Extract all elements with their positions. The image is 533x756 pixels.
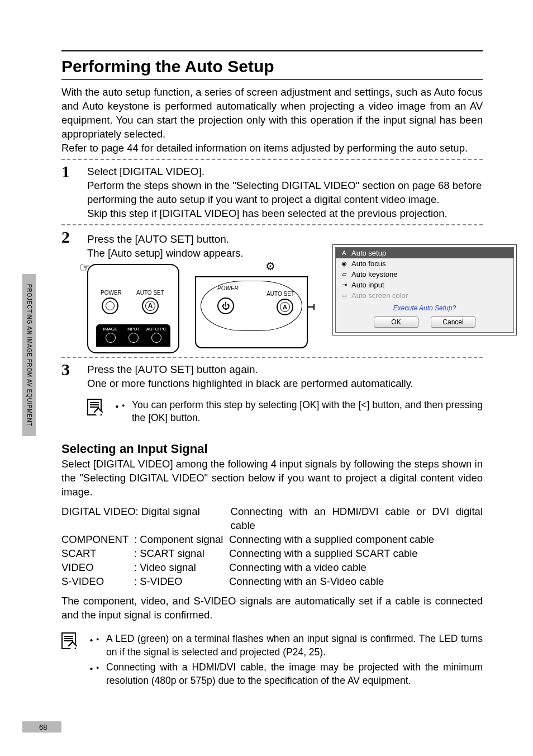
signal-table: DIGITAL VIDEO: Digital signalConnecting …: [61, 505, 483, 589]
step-2-body: Press the [AUTO SET] button. The [Auto s…: [87, 229, 517, 353]
signal-name: S-VIDEO: [61, 575, 134, 589]
step-1-text-a: Perform the steps shown in the "Selectin…: [87, 179, 483, 207]
signal-type: : Component signal: [134, 533, 229, 547]
step-2: 2 Press the [AUTO SET] button. The [Auto…: [61, 229, 483, 353]
dialog-option-label: Auto screen color: [351, 291, 408, 300]
dialog-option[interactable]: ▱Auto keystone: [336, 269, 513, 280]
toppanel-autoset-label: AUTO SET: [266, 291, 294, 297]
note-icon: [87, 399, 102, 415]
section-tab: PROJECTING AN IMAGE FROM AV EQUIPMENT: [22, 274, 36, 436]
intro-paragraph: With the auto setup function, a series o…: [61, 86, 483, 141]
step-1-title: Select [DIGITAL VIDEO].: [87, 166, 483, 178]
divider: [61, 224, 483, 225]
remote-image-label: IMAGE: [103, 327, 118, 332]
signal-type: : SCART signal: [134, 547, 229, 561]
signal-name: SCART: [61, 547, 134, 561]
signal-description: Connecting with an HDMI/DVI cable or DVI…: [231, 505, 483, 533]
step-1-number: 1: [61, 163, 77, 221]
dialog-option-icon: A: [340, 249, 348, 256]
dialog-option[interactable]: ◉Auto focus: [336, 258, 513, 269]
step-3-title: Press the [AUTO SET] button again.: [87, 363, 483, 376]
signal-type: : S-VIDEO: [134, 575, 229, 589]
dialog-option-icon: ◉: [340, 260, 348, 267]
page-title: Performing the Auto Setup: [61, 50, 483, 80]
step-2-title: Press the [AUTO SET] button.: [87, 233, 310, 245]
signal-row: S-VIDEO: S-VIDEOConnecting with an S-Vid…: [61, 575, 483, 589]
dialog-option[interactable]: ⇥Auto input: [336, 280, 513, 290]
signal-description: Connecting with a video cable: [229, 561, 483, 575]
note-block-1: You can perform this step by selecting […: [87, 399, 483, 427]
top-panel-illustration: ⚙ POWER AUTO SET A: [193, 264, 310, 351]
note-2-item: Connecting with a HDMI/DVI cable, the im…: [96, 661, 483, 687]
remote-image-icon: [106, 333, 116, 343]
step-2-text: The [Auto setup] window appears.: [87, 247, 310, 261]
auto-setup-dialog: AAuto setup◉Auto focus▱Auto keystone⇥Aut…: [332, 244, 517, 336]
remote-autoset-label: AUTO SET: [136, 290, 164, 296]
dialog-option-label: Auto keystone: [351, 270, 397, 278]
step-1: 1 Select [DIGITAL VIDEO]. Perform the st…: [61, 163, 483, 221]
note-2-item: A LED (green) on a terminal flashes when…: [96, 632, 483, 659]
signal-row: VIDEO: Video signalConnecting with a vid…: [61, 561, 483, 575]
signal-type: : Video signal: [134, 561, 229, 575]
step-3-text: One or more functions highlighted in bla…: [87, 377, 483, 391]
note-icon: [61, 632, 76, 649]
page-number: 68: [22, 721, 61, 733]
intro-reference-line: Refer to page 44 for detailed informatio…: [61, 141, 483, 155]
signal-description: Connecting with an S-Video cable: [229, 575, 483, 589]
dialog-option-icon: ⇥: [340, 281, 348, 289]
signal-row: SCART: SCART signalConnecting with a sup…: [61, 547, 483, 561]
remote-illustration: ☞ POWER AUTO SET A IMAGE INPUT AUTO PC: [87, 264, 179, 353]
autoset-a-glyph: A: [145, 301, 155, 311]
signal-name: COMPONENT: [61, 533, 134, 547]
remote-autopc-icon: [151, 333, 161, 343]
step-1-body: Select [DIGITAL VIDEO]. Perform the step…: [87, 163, 483, 221]
remote-autopc-label: AUTO PC: [146, 327, 166, 332]
signal-row: DIGITAL VIDEO: Digital signalConnecting …: [61, 505, 483, 533]
dialog-option-label: Auto setup: [351, 249, 386, 257]
remote-input-icon: [129, 333, 139, 343]
dialog-option[interactable]: ▭Auto screen color: [336, 290, 513, 301]
toppanel-power-label: POWER: [217, 285, 239, 291]
step-3-body: Press the [AUTO SET] button again. One o…: [87, 361, 483, 391]
section-tab-label: PROJECTING AN IMAGE FROM AV EQUIPMENT: [26, 284, 32, 426]
step-2-number: 2: [61, 229, 77, 353]
signal-row: COMPONENT: Component signalConnecting wi…: [61, 533, 483, 547]
signal-description: Connecting with a supplied SCART cable: [229, 547, 483, 561]
pointing-hand-icon: ☞: [79, 261, 91, 275]
dialog-cancel-button[interactable]: Cancel: [431, 316, 475, 328]
illustrations-row: ☞ POWER AUTO SET A IMAGE INPUT AUTO PC: [87, 264, 310, 353]
dialog-ok-button[interactable]: OK: [374, 316, 418, 328]
dialog-prompt: Execute Auto Setup?: [336, 304, 513, 312]
remote-input-label: INPUT: [127, 327, 140, 332]
dialog-option-label: Auto focus: [351, 259, 386, 268]
dialog-option-label: Auto input: [351, 281, 384, 289]
note-2-list: A LED (green) on a terminal flashes when…: [86, 632, 483, 688]
page-number-value: 68: [39, 723, 47, 731]
note-1-text: You can perform this step by selecting […: [122, 399, 483, 425]
signal-type: : Digital signal: [136, 505, 231, 533]
step-3-number: 3: [61, 361, 77, 391]
dialog-option-list: AAuto setup◉Auto focus▱Auto keystone⇥Aut…: [336, 248, 513, 301]
after-table-paragraph: The component, video, and S-VIDEO signal…: [61, 594, 483, 622]
signal-name: VIDEO: [61, 561, 134, 575]
remote-bottom-row: IMAGE INPUT AUTO PC: [96, 324, 170, 347]
gear-icon: ⚙: [265, 259, 275, 273]
signal-name: DIGITAL VIDEO: [61, 505, 136, 533]
signal-description: Connecting with a supplied component cab…: [229, 533, 483, 547]
step-1-text-b: Skip this step if [DIGITAL VIDEO] has be…: [87, 207, 483, 221]
divider: [61, 159, 483, 160]
dialog-option[interactable]: AAuto setup: [336, 248, 513, 258]
subheading: Selecting an Input Signal: [61, 442, 483, 456]
divider: [61, 357, 483, 358]
remote-power-label: POWER: [101, 290, 122, 296]
dialog-option-icon: ▭: [340, 292, 348, 299]
page: PROJECTING AN IMAGE FROM AV EQUIPMENT Pe…: [0, 0, 533, 756]
sub-intro: Select [DIGITAL VIDEO] among the followi…: [61, 457, 483, 499]
toppanel-autoset-icon: A: [277, 299, 293, 315]
remote-power-button-icon: [102, 297, 118, 314]
note-block-2: A LED (green) on a terminal flashes when…: [61, 632, 483, 690]
remote-autoset-button-icon: A: [142, 297, 159, 314]
dialog-option-icon: ▱: [340, 271, 348, 278]
step-3: 3 Press the [AUTO SET] button again. One…: [61, 361, 483, 391]
toppanel-power-icon: [217, 297, 234, 314]
